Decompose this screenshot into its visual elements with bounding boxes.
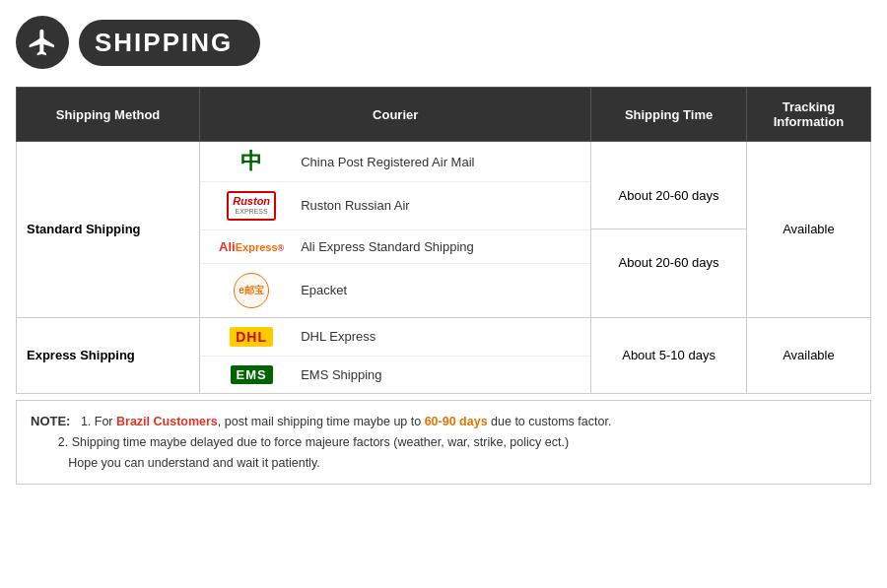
aliexpress-logo: AliExpress® — [212, 239, 291, 254]
note-label: NOTE: — [31, 414, 70, 428]
highlight-brazil: Brazil Customers — [116, 415, 218, 428]
express-shipping-label: Express Shipping — [17, 317, 200, 393]
standard-time-cell: About 20-60 days About 20-60 days — [591, 142, 747, 318]
dhl-name: DHL Express — [301, 329, 375, 344]
express-inner-table: DHL DHL Express EMS E — [200, 318, 590, 393]
ruston-name: Ruston Russian Air — [301, 198, 410, 213]
express-tracking-cell: Available — [746, 317, 870, 393]
express-couriers-cell: DHL DHL Express EMS E — [200, 317, 591, 393]
chinapost-cell: 中 China Post Registered Air Mail — [200, 142, 590, 182]
ems-logo: EMS — [212, 365, 291, 384]
chinapost-name: China Post Registered Air Mail — [301, 155, 474, 169]
chinapost-logo: 中 — [212, 151, 291, 172]
table-row-express: Express Shipping DHL DHL Express — [17, 317, 871, 393]
plane-icon — [16, 16, 69, 69]
courier-row-ruston: RustonEXPRESS Ruston Russian Air — [200, 182, 590, 230]
note-item-1: 1. For Brazil Customers, post mail shipp… — [74, 415, 611, 428]
standard-shipping-label: Standard Shipping — [17, 142, 200, 318]
ems-cell: EMS EMS Shipping — [200, 356, 590, 393]
epacket-name: Epacket — [301, 283, 347, 297]
courier-row-ems: EMS EMS Shipping — [200, 356, 590, 393]
standard-time-group1: About 20-60 days — [591, 163, 746, 229]
standard-time-group2: About 20-60 days — [591, 229, 746, 295]
highlight-days: 60-90 days — [425, 415, 488, 428]
epacket-logo: e邮宝 — [212, 273, 291, 308]
courier-row-aliexpress: AliExpress® Ali Express Standard Shippin… — [200, 229, 590, 263]
ruston-cell: RustonEXPRESS Ruston Russian Air — [200, 182, 590, 230]
standard-couriers-cell: 中 China Post Registered Air Mail RustonE… — [200, 142, 591, 318]
col-time: Shipping Time — [591, 88, 747, 142]
shipping-title: SHIPPING — [79, 20, 260, 66]
ruston-logo: RustonEXPRESS — [212, 191, 291, 221]
ems-name: EMS Shipping — [301, 367, 381, 382]
dhl-cell: DHL DHL Express — [200, 318, 590, 357]
aliexpress-name: Ali Express Standard Shipping — [301, 239, 474, 254]
standard-inner-table: 中 China Post Registered Air Mail RustonE… — [200, 142, 590, 317]
epacket-cell: e邮宝 Epacket — [200, 263, 590, 317]
note-item-3: Hope you can understand and wait it pati… — [31, 456, 320, 470]
table-header-row: Shipping Method Courier Shipping Time Tr… — [17, 88, 871, 142]
table-row-standard: Standard Shipping 中 China Post Registere… — [17, 142, 871, 318]
express-time-cell: About 5-10 days — [591, 317, 747, 393]
plane-svg — [27, 27, 58, 58]
note-item-2: 2. Shipping time maybe delayed due to fo… — [31, 435, 569, 449]
col-tracking: TrackingInformation — [746, 88, 870, 142]
shipping-header: SHIPPING — [16, 16, 871, 69]
shipping-table: Shipping Method Courier Shipping Time Tr… — [16, 87, 871, 394]
courier-row-epacket: e邮宝 Epacket — [200, 263, 590, 317]
aliexpress-cell: AliExpress® Ali Express Standard Shippin… — [200, 229, 590, 263]
dhl-logo: DHL — [212, 327, 291, 347]
col-courier: Courier — [200, 88, 591, 142]
courier-row-dhl: DHL DHL Express — [200, 318, 590, 357]
standard-tracking-cell: Available — [746, 142, 870, 318]
note-section: NOTE: 1. For Brazil Customers, post mail… — [16, 400, 871, 486]
col-method: Shipping Method — [17, 88, 200, 142]
courier-row-chinapost: 中 China Post Registered Air Mail — [200, 142, 590, 182]
